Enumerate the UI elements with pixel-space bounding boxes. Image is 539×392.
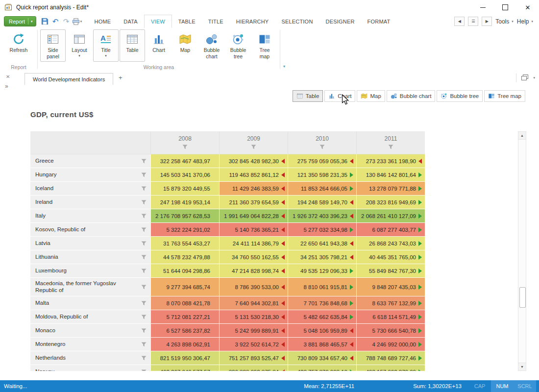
data-cell[interactable]: 47 214 828 998,74 bbox=[219, 264, 288, 278]
tab-list-button[interactable]: ☰ bbox=[468, 17, 478, 26]
row-header[interactable]: Italy bbox=[30, 209, 150, 223]
data-cell[interactable]: 6 618 114 571,49 bbox=[356, 310, 425, 324]
row-header[interactable]: Moldova, Republic of bbox=[30, 310, 150, 324]
data-cell[interactable]: 1 991 649 064 822,28 bbox=[219, 209, 288, 223]
scroll-down-button[interactable]: ▼ bbox=[518, 363, 526, 370]
column-header-2010[interactable]: 2010 bbox=[288, 131, 356, 154]
ribbon-tab-format[interactable]: FORMAT bbox=[361, 15, 397, 28]
data-cell[interactable]: 22 650 641 943,38 bbox=[288, 237, 356, 250]
data-cell[interactable]: 5 277 032 334,98 bbox=[288, 223, 356, 237]
expand-panel-button[interactable]: » bbox=[5, 83, 8, 90]
data-cell[interactable]: 11 429 246 383,59 bbox=[219, 182, 288, 196]
scroll-right-button[interactable]: ▶ bbox=[482, 17, 492, 26]
ribbon-button-title[interactable]: ATitle▾ bbox=[93, 29, 119, 62]
data-cell[interactable]: 24 411 114 386,79 bbox=[219, 237, 288, 250]
ribbon-tab-hierarchy[interactable]: HIERARCHY bbox=[230, 15, 275, 28]
data-cell[interactable]: 498 157 062 870,09 bbox=[356, 365, 425, 371]
data-cell[interactable]: 13 278 079 771,88 bbox=[356, 182, 425, 196]
data-cell[interactable]: 5 712 081 227,21 bbox=[150, 310, 219, 324]
chevron-down-icon[interactable]: ▾ bbox=[533, 76, 535, 80]
report-menu-button[interactable]: Report ▾ bbox=[4, 16, 36, 26]
data-cell[interactable]: 1 926 372 403 396,23 bbox=[288, 209, 356, 223]
save-button[interactable] bbox=[40, 17, 50, 26]
data-cell[interactable]: 5 482 662 635,84 bbox=[288, 310, 356, 324]
undo-button[interactable]: ↶ bbox=[50, 17, 61, 26]
lock-indicator-num[interactable]: NUM bbox=[491, 380, 514, 392]
row-header[interactable]: Ireland bbox=[30, 196, 150, 209]
row-header[interactable]: Monaco bbox=[30, 324, 150, 338]
ribbon-button-bubble-tree[interactable]: Bubbletree bbox=[225, 29, 251, 62]
print-button[interactable]: ▾ bbox=[72, 17, 82, 26]
data-cell[interactable]: 4 263 898 062,91 bbox=[150, 338, 219, 351]
data-cell[interactable]: 275 759 059 055,36 bbox=[288, 154, 356, 168]
data-cell[interactable]: 2 176 708 957 628,53 bbox=[150, 209, 219, 223]
data-cell[interactable]: 821 519 950 306,47 bbox=[150, 351, 219, 365]
data-cell[interactable]: 5 322 224 291,02 bbox=[150, 223, 219, 237]
close-button[interactable]: ✕ bbox=[516, 0, 539, 15]
data-cell[interactable]: 5 140 736 365,21 bbox=[219, 223, 288, 237]
lock-indicator-scrl[interactable]: SCRL bbox=[514, 380, 536, 392]
data-cell[interactable]: 194 248 589 149,70 bbox=[288, 196, 356, 209]
data-cell[interactable]: 40 445 351 765,00 bbox=[356, 250, 425, 264]
data-cell[interactable]: 322 258 467 483,97 bbox=[150, 154, 219, 168]
view-switch-bubble-tree[interactable]: Bubble tree bbox=[437, 90, 483, 102]
ribbon-button-tree-map[interactable]: Treemap bbox=[252, 29, 277, 62]
ribbon-button-bubble-chart[interactable]: Bubblechart bbox=[199, 29, 224, 62]
row-header[interactable]: Montenegro bbox=[30, 338, 150, 351]
help-menu[interactable]: Help ▾ bbox=[517, 18, 533, 25]
column-header-2009[interactable]: 2009 bbox=[219, 131, 288, 154]
data-cell[interactable]: 8 786 390 533,00 bbox=[219, 278, 288, 296]
data-cell[interactable]: 2 068 261 410 127,09 bbox=[356, 209, 425, 223]
ribbon-button-map[interactable]: Map bbox=[172, 29, 198, 62]
data-cell[interactable]: 7 701 736 848,68 bbox=[288, 296, 356, 310]
row-header[interactable]: Macedonia, the former Yugoslav Republic … bbox=[30, 278, 150, 296]
data-cell[interactable]: 7 640 944 302,81 bbox=[219, 296, 288, 310]
data-cell[interactable]: 5 131 530 218,30 bbox=[219, 310, 288, 324]
data-cell[interactable]: 462 267 049 577,57 bbox=[150, 365, 219, 371]
data-cell[interactable]: 31 763 554 453,27 bbox=[150, 237, 219, 250]
data-cell[interactable]: 44 578 232 479,88 bbox=[150, 250, 219, 264]
minimize-button[interactable] bbox=[471, 0, 494, 15]
view-switch-chart[interactable]: Chart bbox=[324, 90, 355, 102]
row-header[interactable]: Hungary bbox=[30, 168, 150, 182]
ribbon-button-chart[interactable]: Chart bbox=[146, 29, 172, 62]
data-cell[interactable]: 11 853 264 666,05 bbox=[288, 182, 356, 196]
ribbon-button-layout[interactable]: Layout▾ bbox=[67, 29, 92, 62]
close-panel-button[interactable]: ✕ bbox=[6, 74, 10, 79]
row-header[interactable]: Iceland bbox=[30, 182, 150, 196]
row-header[interactable]: Greece bbox=[30, 154, 150, 168]
ribbon-tab-designer[interactable]: DESIGNER bbox=[319, 15, 361, 28]
data-cell[interactable]: 6 087 277 403,77 bbox=[356, 223, 425, 237]
scroll-up-button[interactable]: ▲ bbox=[518, 132, 526, 140]
data-cell[interactable]: 302 845 428 982,30 bbox=[219, 154, 288, 168]
new-tab-button[interactable]: + bbox=[119, 74, 122, 81]
vertical-scrollbar[interactable]: ▲ ▼ bbox=[518, 131, 526, 371]
data-cell[interactable]: 15 879 320 449,55 bbox=[150, 182, 219, 196]
data-cell[interactable]: 34 251 305 798,21 bbox=[288, 250, 356, 264]
view-switch-tree-map[interactable]: Tree map bbox=[484, 90, 525, 102]
data-cell[interactable]: 273 233 361 198,90 bbox=[356, 154, 425, 168]
ribbon-tab-data[interactable]: DATA bbox=[117, 15, 144, 28]
data-cell[interactable]: 3 881 868 465,57 bbox=[288, 338, 356, 351]
data-cell[interactable]: 9 277 394 685,74 bbox=[150, 278, 219, 296]
data-cell[interactable]: 4 246 992 000,00 bbox=[356, 338, 425, 351]
column-header-2008[interactable]: 2008 bbox=[150, 131, 219, 154]
data-cell[interactable]: 5 242 999 889,91 bbox=[219, 324, 288, 338]
lock-indicator-cap[interactable]: CAP bbox=[468, 380, 491, 392]
data-cell[interactable]: 751 257 893 525,47 bbox=[219, 351, 288, 365]
data-cell[interactable]: 386 383 692 375,34 bbox=[219, 365, 288, 371]
row-header[interactable]: Latvia bbox=[30, 237, 150, 250]
view-switch-bubble-chart[interactable]: Bubble chart bbox=[387, 90, 436, 102]
data-cell[interactable]: 119 463 852 861,12 bbox=[219, 168, 288, 182]
data-cell[interactable]: 26 868 243 743,03 bbox=[356, 237, 425, 250]
maximize-button[interactable] bbox=[494, 0, 516, 15]
row-header[interactable]: Lithuania bbox=[30, 250, 150, 264]
data-cell[interactable]: 8 810 061 915,81 bbox=[288, 278, 356, 296]
ribbon-tab-title[interactable]: TITLE bbox=[202, 15, 230, 28]
view-switch-map[interactable]: Map bbox=[357, 90, 385, 102]
data-cell[interactable]: 9 848 207 435,03 bbox=[356, 278, 425, 296]
data-cell[interactable]: 8 633 767 132,99 bbox=[356, 296, 425, 310]
ribbon-button-table[interactable]: Table bbox=[120, 29, 145, 62]
data-cell[interactable]: 208 323 816 949,69 bbox=[356, 196, 425, 209]
data-cell[interactable]: 145 503 341 370,06 bbox=[150, 168, 219, 182]
